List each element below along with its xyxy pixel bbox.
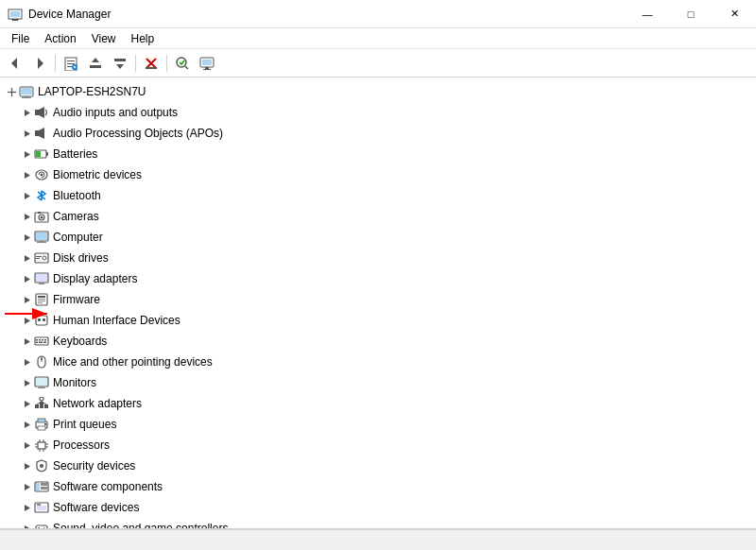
item-icon bbox=[34, 230, 49, 245]
item-expander[interactable] bbox=[19, 438, 34, 453]
item-expander[interactable] bbox=[19, 479, 34, 494]
root-expander[interactable] bbox=[4, 84, 19, 99]
item-expander[interactable] bbox=[19, 334, 34, 349]
svg-marker-103 bbox=[25, 421, 30, 428]
tree-item[interactable]: Cameras bbox=[0, 206, 756, 227]
item-icon bbox=[34, 188, 49, 203]
item-expander[interactable] bbox=[19, 354, 34, 370]
svg-line-23 bbox=[185, 66, 188, 69]
expand-icon bbox=[23, 129, 31, 138]
back-button[interactable] bbox=[4, 52, 26, 75]
item-expander[interactable] bbox=[19, 250, 34, 266]
svg-rect-122 bbox=[36, 483, 40, 490]
item-expander[interactable] bbox=[19, 230, 34, 245]
svg-rect-85 bbox=[43, 342, 46, 344]
tree-item[interactable]: Processors bbox=[0, 435, 756, 455]
item-label: Computer bbox=[53, 231, 103, 244]
update-driver-button[interactable] bbox=[84, 52, 107, 75]
svg-rect-17 bbox=[114, 59, 126, 61]
tree-item[interactable]: Network adapters bbox=[0, 393, 756, 414]
svg-rect-15 bbox=[90, 65, 101, 68]
menu-file[interactable]: File bbox=[4, 30, 37, 47]
minimize-button[interactable]: — bbox=[626, 0, 669, 28]
rollback-button[interactable] bbox=[109, 52, 131, 75]
tree-item[interactable]: Mice and other pointing devices bbox=[0, 352, 756, 372]
item-expander[interactable] bbox=[19, 313, 34, 328]
tree-item[interactable]: Print queues bbox=[0, 414, 756, 435]
tree-item[interactable]: Disk drives bbox=[0, 248, 756, 268]
monitor-button[interactable] bbox=[196, 52, 218, 75]
svg-rect-124 bbox=[41, 487, 47, 490]
item-expander[interactable] bbox=[19, 167, 34, 182]
tree-item[interactable]: Software components bbox=[0, 476, 756, 497]
tree-item[interactable]: Sound, video and game controllers bbox=[0, 518, 756, 529]
svg-rect-94 bbox=[38, 387, 45, 388]
tree-item[interactable]: Monitors bbox=[0, 372, 756, 393]
tree-item[interactable]: Keyboards bbox=[0, 331, 756, 352]
expand-icon bbox=[23, 317, 31, 325]
item-expander[interactable] bbox=[19, 209, 34, 224]
tree-item[interactable]: Audio Processing Objects (APOs) bbox=[0, 123, 756, 144]
item-expander[interactable] bbox=[19, 458, 34, 473]
close-button[interactable]: ✕ bbox=[713, 0, 756, 28]
tree-item[interactable]: Software devices bbox=[0, 497, 756, 518]
scan-button[interactable] bbox=[171, 52, 194, 75]
svg-rect-105 bbox=[38, 419, 45, 422]
svg-rect-92 bbox=[36, 378, 47, 386]
expand-icon bbox=[23, 171, 31, 180]
expand-icon bbox=[23, 462, 31, 471]
item-expander[interactable] bbox=[19, 396, 34, 411]
toolbar bbox=[0, 49, 756, 77]
item-label: Disk drives bbox=[53, 251, 109, 265]
svg-rect-69 bbox=[38, 296, 45, 298]
item-label: Audio inputs and outputs bbox=[53, 106, 178, 119]
tree-item[interactable]: Firmware bbox=[0, 289, 756, 310]
item-label: Monitors bbox=[53, 376, 96, 389]
properties-button[interactable] bbox=[60, 52, 82, 75]
item-icon bbox=[34, 167, 49, 182]
tree-item[interactable]: Biometric devices bbox=[0, 164, 756, 185]
tree-item[interactable]: Display adapters bbox=[0, 268, 756, 289]
item-label: Processors bbox=[53, 438, 110, 452]
forward-button[interactable] bbox=[28, 52, 51, 75]
menu-action[interactable]: Action bbox=[37, 30, 83, 47]
item-expander[interactable] bbox=[19, 375, 34, 390]
tree-item[interactable]: Batteries bbox=[0, 144, 756, 164]
tree-item[interactable]: Bluetooth bbox=[0, 185, 756, 206]
svg-rect-21 bbox=[146, 67, 157, 69]
menu-view[interactable]: View bbox=[84, 30, 124, 47]
item-expander[interactable] bbox=[19, 146, 34, 162]
tree-item[interactable]: Audio inputs and outputs bbox=[0, 102, 756, 123]
item-expander[interactable] bbox=[19, 188, 34, 203]
item-icon bbox=[34, 479, 49, 494]
device-tree: LAPTOP-ESH2SN7U Audio inputs and outputs… bbox=[0, 77, 756, 529]
item-label: Sound, video and game controllers bbox=[53, 522, 228, 529]
tree-item[interactable]: Security devices bbox=[0, 455, 756, 476]
menu-help[interactable]: Help bbox=[124, 30, 163, 47]
item-expander[interactable] bbox=[19, 105, 34, 120]
item-icon bbox=[34, 313, 49, 328]
svg-rect-76 bbox=[43, 318, 45, 321]
update-driver-icon bbox=[88, 56, 103, 71]
item-expander[interactable] bbox=[19, 417, 34, 432]
device-tree-panel[interactable]: LAPTOP-ESH2SN7U Audio inputs and outputs… bbox=[0, 77, 756, 529]
svg-point-46 bbox=[41, 174, 43, 177]
item-expander[interactable] bbox=[19, 500, 34, 515]
item-expander[interactable] bbox=[19, 292, 34, 307]
window-controls: — □ ✕ bbox=[626, 0, 756, 28]
item-expander[interactable] bbox=[19, 271, 34, 286]
tree-root[interactable]: LAPTOP-ESH2SN7U bbox=[0, 81, 756, 102]
svg-point-51 bbox=[41, 216, 43, 219]
maximize-button[interactable]: □ bbox=[669, 0, 713, 28]
item-expander[interactable] bbox=[19, 521, 34, 529]
tree-item[interactable]: Computer bbox=[0, 227, 756, 248]
item-expander[interactable] bbox=[19, 126, 34, 141]
item-icon bbox=[34, 521, 49, 529]
title-bar: Device Manager — □ ✕ bbox=[0, 0, 756, 28]
properties-icon bbox=[63, 56, 78, 71]
svg-marker-90 bbox=[25, 380, 30, 387]
expand-icon bbox=[23, 400, 31, 408]
uninstall-button[interactable] bbox=[140, 52, 163, 75]
tree-item[interactable]: Human Interface Devices bbox=[0, 310, 756, 331]
expand-icon bbox=[23, 213, 31, 221]
